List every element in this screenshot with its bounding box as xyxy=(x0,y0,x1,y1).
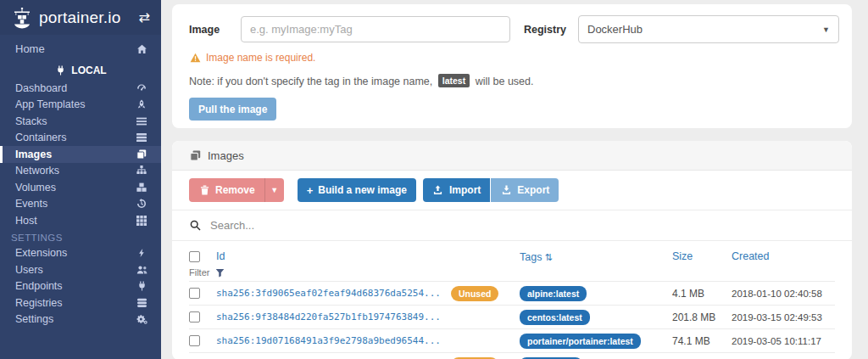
rocket-icon xyxy=(136,99,147,109)
table-row[interactable]: sha256:3fd9065eaf02feaf94d68376da5254...… xyxy=(189,281,835,305)
layers-icon xyxy=(136,149,147,160)
grid-icon xyxy=(136,216,147,226)
remove-button-group: Remove ▼ xyxy=(189,178,284,202)
image-size: 74.1 MB xyxy=(672,335,732,347)
row-checkbox[interactable] xyxy=(189,288,200,299)
warning-icon xyxy=(189,53,201,63)
image-id-link[interactable]: sha256:3fd9065eaf02feaf94d68376da5254... xyxy=(216,288,441,299)
history-icon xyxy=(136,199,147,209)
sidebar-item-stacks[interactable]: Stacks xyxy=(0,113,161,130)
images-toolbar: Remove ▼ + Build a new image Import xyxy=(189,178,835,202)
select-all-checkbox[interactable] xyxy=(189,251,200,262)
image-created: 2019-03-05 10:11:17 xyxy=(732,336,835,346)
table-row[interactable]: sha256:4760dc956b2ddc9ac1c508936e39b6...… xyxy=(189,352,835,359)
unused-badge: Unused xyxy=(451,286,499,301)
image-size: 201.8 MB xyxy=(672,311,732,323)
pull-image-panel: Image Registry DockerHub ▼ Image name is… xyxy=(172,4,852,128)
home-icon xyxy=(136,44,147,54)
sidebar-item-dashboard[interactable]: Dashboard xyxy=(0,80,161,97)
database-icon xyxy=(136,298,147,308)
portainer-logo-icon xyxy=(11,7,33,29)
sidebar-item-containers[interactable]: Containers xyxy=(0,130,161,147)
sidebar-item-app-templates[interactable]: App Templates xyxy=(0,97,161,114)
trash-icon xyxy=(198,185,210,195)
filter-control[interactable]: Filter xyxy=(189,267,520,278)
import-button[interactable]: Import xyxy=(423,178,490,202)
upload-icon xyxy=(432,185,444,195)
chevron-down-icon: ▼ xyxy=(822,25,830,34)
sidebar-item-label: Home xyxy=(15,42,136,55)
row-checkbox[interactable] xyxy=(189,335,200,346)
sidebar-item-networks[interactable]: Networks xyxy=(0,163,161,180)
server-icon xyxy=(136,132,147,143)
sort-icon: ⇅ xyxy=(544,252,552,262)
sidebar-collapse-icon[interactable]: ⇄ xyxy=(139,11,150,25)
sidebar-item-home[interactable]: Home xyxy=(0,37,161,60)
sidebar-item-settings[interactable]: Settings xyxy=(0,311,161,328)
search-input[interactable] xyxy=(209,218,835,233)
tag-badge: alpine:latest xyxy=(520,286,587,301)
layers-icon xyxy=(189,150,201,161)
column-header-size[interactable]: Size xyxy=(672,250,732,262)
search-bar xyxy=(172,210,852,241)
sidebar-item-host[interactable]: Host xyxy=(0,212,161,229)
warning-text: Image name is required. xyxy=(206,52,315,64)
bolt-icon xyxy=(136,248,147,258)
row-checkbox[interactable] xyxy=(189,311,200,323)
tag-badge: centos:latest xyxy=(520,310,590,325)
images-panel-heading: Images xyxy=(172,141,852,171)
table-row[interactable]: sha256:9f38484d220fa527b1fb1974763849...… xyxy=(189,305,835,328)
tag-note: Note: if you don't specify the tag in th… xyxy=(189,74,839,87)
table-header: Id Tags⇅ Size Created Filter xyxy=(189,241,835,281)
sidebar: portainer.io ⇄ Home LOCAL Dashboard App … xyxy=(0,0,161,359)
tag-badge: portainer/portainer:latest xyxy=(520,334,641,349)
sidebar-item-images[interactable]: Images xyxy=(0,146,161,163)
image-input[interactable] xyxy=(241,16,510,42)
image-created: 2018-01-10 02:40:58 xyxy=(732,289,835,299)
build-image-button[interactable]: + Build a new image xyxy=(298,178,416,202)
images-panel: Images Remove ▼ + Build a new image xyxy=(172,141,852,359)
sidebar-item-events[interactable]: Events xyxy=(0,196,161,213)
registry-selected-value: DockerHub xyxy=(587,23,643,36)
latest-tag-badge: latest xyxy=(438,74,470,87)
sidebar-section-settings: SETTINGS xyxy=(0,229,161,245)
logo-text: portainer.io xyxy=(39,8,120,27)
image-required-warning: Image name is required. xyxy=(189,52,839,64)
table-row[interactable]: sha256:19d07168491a3f9e2798a9bed96544...… xyxy=(189,328,835,352)
image-created: 2019-03-15 02:49:53 xyxy=(732,312,835,323)
registry-label: Registry xyxy=(524,24,578,36)
tachometer-icon xyxy=(136,83,147,93)
remove-dropdown-caret[interactable]: ▼ xyxy=(264,178,284,202)
search-icon xyxy=(189,220,201,231)
column-header-created[interactable]: Created xyxy=(732,250,835,262)
pull-image-button[interactable]: Pull the image xyxy=(189,98,276,121)
sidebar-item-extensions[interactable]: Extensions xyxy=(0,245,161,262)
remove-button[interactable]: Remove xyxy=(189,178,264,202)
column-header-tags[interactable]: Tags⇅ xyxy=(520,249,672,264)
image-id-link[interactable]: sha256:19d07168491a3f9e2798a9bed96544... xyxy=(216,335,441,346)
sidebar-item-endpoints[interactable]: Endpoints xyxy=(0,278,161,295)
registry-select[interactable]: DockerHub ▼ xyxy=(578,15,839,43)
list-icon xyxy=(136,116,147,126)
column-header-id[interactable]: Id xyxy=(216,250,520,262)
image-label: Image xyxy=(189,24,241,36)
sidebar-item-users[interactable]: Users xyxy=(0,261,161,278)
endpoint-local[interactable]: LOCAL xyxy=(0,60,161,80)
filter-icon xyxy=(214,268,225,278)
logo-row: portainer.io ⇄ xyxy=(0,0,161,35)
cogs-icon xyxy=(136,314,147,324)
endpoint-local-label: LOCAL xyxy=(71,65,106,76)
download-icon xyxy=(500,185,512,195)
image-id-link[interactable]: sha256:9f38484d220fa527b1fb1974763849... xyxy=(216,311,441,323)
plug-icon xyxy=(136,281,147,291)
sidebar-item-volumes[interactable]: Volumes xyxy=(0,179,161,196)
sitemap-icon xyxy=(136,165,147,176)
image-size: 4.1 MB xyxy=(672,288,732,300)
plug-icon xyxy=(54,65,66,76)
export-button[interactable]: Export xyxy=(491,178,559,202)
sidebar-item-registries[interactable]: Registries xyxy=(0,294,161,311)
cubes-icon xyxy=(136,182,147,193)
images-panel-title: Images xyxy=(208,149,244,162)
plus-icon: + xyxy=(307,185,314,196)
users-icon xyxy=(136,265,147,275)
